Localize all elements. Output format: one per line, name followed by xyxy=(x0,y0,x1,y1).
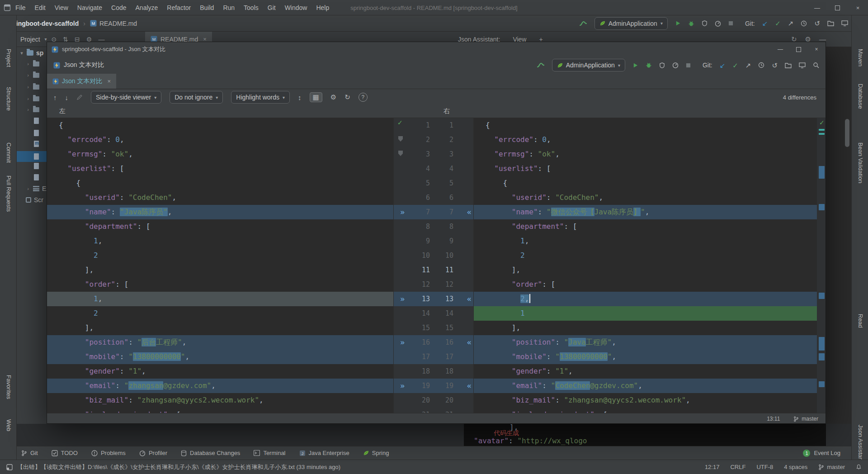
tool-stripe-pull-requests[interactable]: Pull Requests xyxy=(5,175,12,212)
toolwindow-button-problems[interactable]: Problems xyxy=(91,450,126,456)
history-icon[interactable] xyxy=(758,62,764,68)
tool-stripe-maven[interactable]: Maven xyxy=(857,49,864,66)
menu-git[interactable]: Git xyxy=(263,4,280,11)
debug-icon[interactable] xyxy=(646,62,652,68)
event-log-widget[interactable]: 1Event Log xyxy=(803,450,840,457)
viewer-mode-select[interactable]: Side-by-side viewer ▾ xyxy=(91,91,161,104)
profiler-icon[interactable] xyxy=(672,62,679,68)
chevron-right-icon[interactable]: › xyxy=(26,96,30,101)
run-configuration-select[interactable]: AdminApplication▾ xyxy=(594,17,668,30)
dialog-tab-close-icon[interactable]: × xyxy=(107,78,111,85)
swoosh-icon[interactable] xyxy=(537,62,545,68)
swap-sides-icon[interactable]: ↻ xyxy=(344,93,350,101)
chevron-right-icon[interactable]: › xyxy=(26,61,30,66)
chevron-down-icon[interactable]: ▾ xyxy=(19,50,24,56)
apply-change-left-icon[interactable]: » xyxy=(400,379,405,393)
stop-icon[interactable] xyxy=(728,21,733,26)
rollback-icon[interactable]: ↺ xyxy=(814,20,820,27)
error-stripe-mark[interactable] xyxy=(819,204,825,210)
menu-navigate[interactable]: Navigate xyxy=(73,4,107,11)
tool-stripe-read[interactable]: Read xyxy=(857,314,864,328)
folder-icon[interactable] xyxy=(785,62,792,68)
monitor-icon[interactable] xyxy=(799,62,806,68)
maximize-button[interactable] xyxy=(827,0,848,15)
tool-stripe-commit[interactable]: Commit xyxy=(5,142,12,163)
error-stripe-mark[interactable] xyxy=(819,293,825,299)
search-icon[interactable] xyxy=(813,62,819,68)
monitor-icon[interactable] xyxy=(841,20,848,26)
error-stripe-mark[interactable] xyxy=(819,353,825,360)
diff-left-editor[interactable]: { "errcode": 0, "errmsg": "ok", "userlis… xyxy=(47,118,393,413)
commit-icon[interactable]: ✓ xyxy=(732,62,738,69)
git-branch-widget[interactable]: master xyxy=(818,464,845,470)
swoosh-icon[interactable] xyxy=(579,20,587,27)
push-icon[interactable]: ↗ xyxy=(745,62,751,69)
dialog-breadcrumb[interactable]: Json 文本对比 xyxy=(53,61,104,69)
menu-help[interactable]: Help xyxy=(311,4,334,11)
menu-view[interactable]: View xyxy=(50,4,73,11)
error-stripe-mark[interactable] xyxy=(819,133,825,135)
debug-icon[interactable] xyxy=(688,20,694,27)
menu-window[interactable]: Window xyxy=(280,4,312,11)
apply-change-left-icon[interactable]: » xyxy=(400,205,405,219)
toolwindow-button-todo[interactable]: TODO xyxy=(52,450,78,456)
menu-edit[interactable]: Edit xyxy=(30,4,50,11)
commit-icon[interactable]: ✓ xyxy=(775,20,781,27)
stop-icon[interactable] xyxy=(686,63,691,68)
pull-icon[interactable]: ↙ xyxy=(762,20,768,27)
ignore-policy-select[interactable]: Do not ignore ▾ xyxy=(170,91,223,104)
dialog-caret-position[interactable]: 13:11 xyxy=(767,416,780,422)
toolwindow-button-terminal[interactable]: Terminal xyxy=(254,450,285,456)
close-button[interactable]: × xyxy=(848,0,868,15)
dialog-title-bar[interactable]: springboot-dev-scaffold - Json 文本对比 — × xyxy=(47,42,826,57)
chevron-right-icon[interactable]: › xyxy=(26,72,30,78)
menu-run[interactable]: Run xyxy=(218,4,239,11)
help-icon[interactable]: ? xyxy=(359,93,368,102)
apply-change-left-icon[interactable]: » xyxy=(400,335,405,350)
line-ending-indicator[interactable]: CRLF xyxy=(730,464,745,470)
push-icon[interactable]: ↗ xyxy=(788,20,794,27)
menu-tools[interactable]: Tools xyxy=(239,4,263,11)
dialog-close-button[interactable]: × xyxy=(807,42,826,57)
run-icon[interactable] xyxy=(632,62,638,68)
caret-position[interactable]: 12:17 xyxy=(705,464,720,470)
error-stripe-mark[interactable] xyxy=(819,166,825,179)
encoding-indicator[interactable]: UTF-8 xyxy=(756,464,773,470)
coverage-icon[interactable] xyxy=(702,20,708,26)
folder-icon[interactable] xyxy=(827,20,834,26)
apply-change-right-icon[interactable]: « xyxy=(467,205,472,219)
toolwindow-button-git[interactable]: Git xyxy=(21,450,38,456)
menu-analyze[interactable]: Analyze xyxy=(131,4,163,11)
run-configuration-select[interactable]: AdminApplication▾ xyxy=(552,59,625,71)
next-difference-icon[interactable]: ↓ xyxy=(65,94,69,101)
app-icon[interactable] xyxy=(4,4,11,11)
minimize-button[interactable]: — xyxy=(807,0,827,15)
chevron-down-icon[interactable]: ▾ xyxy=(45,37,47,42)
apply-change-right-icon[interactable]: « xyxy=(467,379,472,393)
tool-stripe-web[interactable]: Web xyxy=(5,419,12,431)
apply-change-right-icon[interactable]: « xyxy=(467,335,472,350)
gear-icon[interactable]: ⚙ xyxy=(330,93,336,101)
project-header-label[interactable]: Project xyxy=(20,36,40,43)
highlight-policy-select[interactable]: Highlight words ▾ xyxy=(231,91,290,104)
tool-stripe-bean-validation[interactable]: Bean Validation xyxy=(857,142,864,183)
previous-difference-icon[interactable]: ↑ xyxy=(53,94,57,101)
breadcrumb-project[interactable]: springboot-dev-scaffold xyxy=(6,20,79,27)
error-stripe-mark[interactable] xyxy=(819,337,825,351)
collapse-unchanged-icon[interactable]: ↕ xyxy=(298,94,302,101)
notifications-bell-icon[interactable] xyxy=(856,464,862,470)
run-icon[interactable] xyxy=(675,20,681,26)
indent-indicator[interactable]: 4 spaces xyxy=(784,464,807,470)
tool-stripe-json-assistant[interactable]: Json Assistant xyxy=(857,425,864,462)
apply-change-left-icon[interactable]: » xyxy=(400,292,405,306)
toolwindow-button-java-enterprise[interactable]: JJava Enterprise xyxy=(299,450,349,456)
tool-stripe-database[interactable]: Database xyxy=(857,84,864,109)
toolwindow-button-profiler[interactable]: Profiler xyxy=(139,450,167,456)
pull-icon[interactable]: ↙ xyxy=(720,62,726,69)
menu-refactor[interactable]: Refactor xyxy=(162,4,195,11)
menu-build[interactable]: Build xyxy=(195,4,218,11)
dialog-branch-widget[interactable]: master xyxy=(793,416,818,422)
editor-scrollbar-thumb[interactable] xyxy=(845,119,849,147)
profiler-icon[interactable] xyxy=(715,20,721,27)
rollback-icon[interactable]: ↺ xyxy=(772,62,778,69)
